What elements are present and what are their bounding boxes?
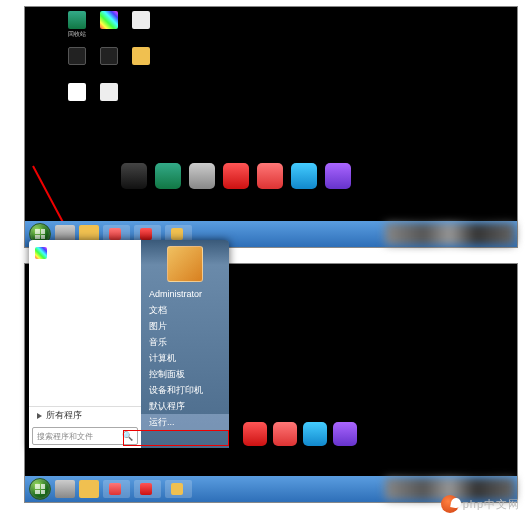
app-icon [109, 483, 121, 495]
desktop-icon-5[interactable] [95, 47, 123, 79]
watermark: php中文网 [441, 495, 520, 513]
desktop-icon-rainbow[interactable] [95, 11, 123, 43]
generic-icon [68, 47, 86, 65]
windows-logo-icon [35, 229, 45, 239]
desktop-icon-recycle-bin[interactable]: 回收站 [63, 11, 91, 43]
user-avatar[interactable] [167, 246, 203, 282]
taskbar-running-2[interactable] [134, 480, 161, 498]
desktop-icon-4[interactable] [63, 47, 91, 79]
start-menu: 所有程序 搜索程序和文件 🔍 Administrator 文档 图片 音乐 计算… [29, 240, 229, 448]
generic-icon [100, 47, 118, 65]
generic-icon [132, 11, 150, 29]
search-icon: 🔍 [122, 431, 133, 441]
start-menu-devices-printers[interactable]: 设备和打印机 [141, 382, 229, 398]
start-menu-pictures[interactable]: 图片 [141, 318, 229, 334]
desktop-icon-6[interactable] [127, 47, 155, 79]
cloud-icon [68, 83, 86, 101]
taskbar-running-1[interactable] [103, 480, 130, 498]
dock-icon-recycle[interactable] [155, 163, 181, 189]
folder-icon [132, 47, 150, 65]
start-menu-run[interactable]: 运行... [141, 414, 229, 430]
desktop-area: 所有程序 搜索程序和文件 🔍 Administrator 文档 图片 音乐 计算… [25, 264, 517, 474]
desktop-dock-row [243, 422, 357, 446]
rainbow-icon [100, 11, 118, 29]
start-menu-program-item[interactable] [33, 244, 137, 262]
start-menu-music[interactable]: 音乐 [141, 334, 229, 350]
generic-icon [100, 83, 118, 101]
app-icon [171, 483, 183, 495]
app-icon [140, 228, 152, 240]
start-menu-user-name[interactable]: Administrator [141, 286, 229, 302]
start-menu-documents[interactable]: 文档 [141, 302, 229, 318]
dock-icon-7[interactable] [325, 163, 351, 189]
dock-icon-5[interactable] [257, 163, 283, 189]
recycle-bin-icon [68, 11, 86, 29]
app-icon [140, 483, 152, 495]
start-menu-control-panel[interactable]: 控制面板 [141, 366, 229, 382]
dock-icon-6[interactable] [291, 163, 317, 189]
desktop-icon-label: 回收站 [68, 30, 86, 39]
dock-icon-3[interactable] [303, 422, 327, 446]
triangle-right-icon [37, 413, 42, 419]
dock-icon-1[interactable] [243, 422, 267, 446]
start-menu-computer[interactable]: 计算机 [141, 350, 229, 366]
start-menu-recent-programs [29, 240, 141, 406]
app-icon [171, 228, 183, 240]
dock-icon-2[interactable] [273, 422, 297, 446]
desktop-area: 回收站 [25, 7, 517, 219]
desktop-icon-8[interactable] [95, 83, 123, 115]
start-menu-left-pane: 所有程序 搜索程序和文件 🔍 [29, 240, 141, 448]
taskbar-pinned-2[interactable] [79, 480, 99, 498]
start-menu-right-pane: Administrator 文档 图片 音乐 计算机 控制面板 设备和打印机 默… [141, 240, 229, 448]
program-icon [35, 247, 47, 259]
dock-icon-4[interactable] [333, 422, 357, 446]
dock-icon-4[interactable] [223, 163, 249, 189]
screenshot-1-desktop: 回收站 [24, 6, 518, 248]
app-icon [109, 228, 121, 240]
start-menu-search-input[interactable]: 搜索程序和文件 🔍 [32, 427, 138, 445]
search-placeholder: 搜索程序和文件 [37, 431, 93, 442]
dock-icon-steam[interactable] [121, 163, 147, 189]
php-logo-icon [441, 495, 459, 513]
watermark-text: php中文网 [463, 497, 520, 512]
desktop-icon-3[interactable] [127, 11, 155, 43]
taskbar-running-3[interactable] [165, 480, 192, 498]
system-tray-blurred [385, 223, 515, 245]
desktop-icon-cloud[interactable] [63, 83, 91, 115]
windows-logo-icon [35, 484, 45, 494]
start-button[interactable] [29, 478, 51, 500]
taskbar-pinned-1[interactable] [55, 480, 75, 498]
desktop-dock-row [121, 163, 351, 189]
start-menu-default-programs[interactable]: 默认程序 [141, 398, 229, 414]
all-programs-label: 所有程序 [46, 409, 82, 422]
all-programs-button[interactable]: 所有程序 [29, 406, 141, 424]
screenshot-2-start-menu-open: 所有程序 搜索程序和文件 🔍 Administrator 文档 图片 音乐 计算… [24, 263, 518, 503]
dock-icon-3[interactable] [189, 163, 215, 189]
